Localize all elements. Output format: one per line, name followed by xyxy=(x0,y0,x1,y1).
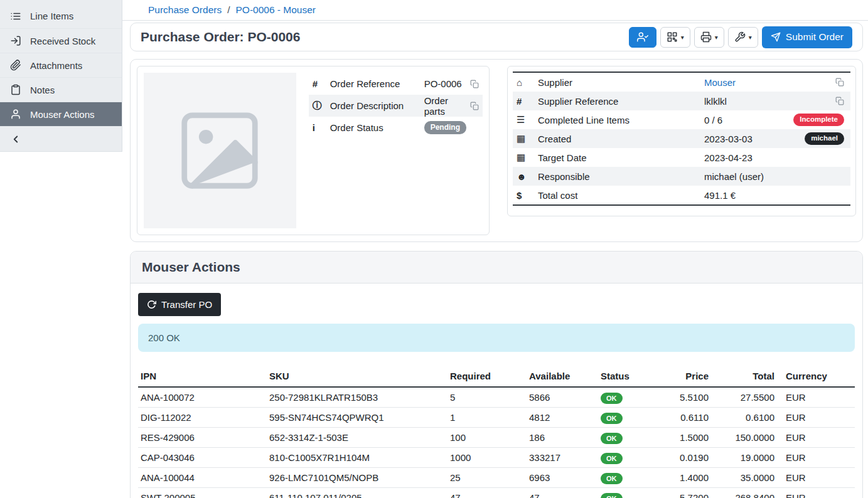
detail-row: ▦ Created 2023-03-03 michael xyxy=(513,129,850,148)
status-ok-badge: OK xyxy=(601,493,623,498)
detail-label: Completed Line Items xyxy=(538,115,704,125)
sidebar-item-notes[interactable]: Notes xyxy=(0,77,122,102)
list-icon xyxy=(10,11,21,22)
page-title: Purchase Order: PO-0006 xyxy=(141,29,300,45)
col-header-available: Available xyxy=(527,366,598,387)
info-circle-icon: ⓘ xyxy=(313,100,330,112)
detail-label: Supplier Reference xyxy=(538,96,704,107)
sidebar-item-attachments[interactable]: Attachments xyxy=(0,53,122,77)
chevron-down-icon: ▾ xyxy=(681,34,684,41)
breadcrumb-link-purchase-orders[interactable]: Purchase Orders xyxy=(148,4,222,16)
detail-label: Target Date xyxy=(538,152,704,163)
cell-required: 25 xyxy=(447,468,527,488)
print-actions-button[interactable]: ▾ xyxy=(694,27,724,48)
copy-button[interactable] xyxy=(835,97,844,105)
transfer-po-button[interactable]: Transfer PO xyxy=(138,293,221,316)
checklist-icon: ☰ xyxy=(517,114,538,125)
order-info-card: ⌂ Supplier Mouser # Supplier Reference l… xyxy=(507,66,856,216)
detail-label: Order Description xyxy=(330,100,424,111)
order-actions-button[interactable]: ▾ xyxy=(728,27,758,48)
chevron-down-icon: ▾ xyxy=(749,34,752,41)
user-check-icon xyxy=(637,31,648,43)
sidebar: Line Items Received Stock Attachments No… xyxy=(0,0,122,152)
cell-required: 1000 xyxy=(447,448,527,468)
col-header-ipn: IPN xyxy=(138,366,267,387)
col-header-total: Total xyxy=(717,366,783,387)
cell-status: OK xyxy=(598,448,648,468)
calendar-icon: ▦ xyxy=(517,133,538,144)
cell-price: 0.6110 xyxy=(648,408,717,428)
panel-title: Mouser Actions xyxy=(131,252,862,283)
col-header-price: Price xyxy=(648,366,717,387)
table-row: CAP-043046 810-C1005X7R1H104M 1000 33321… xyxy=(138,448,855,468)
detail-value: 2023-04-23 xyxy=(704,152,844,163)
sidebar-collapse-button[interactable] xyxy=(0,126,122,151)
detail-value: lklklkl xyxy=(704,96,835,107)
cell-required: 47 xyxy=(447,488,527,498)
sidebar-item-label: Notes xyxy=(30,85,55,95)
order-info-table: ⌂ Supplier Mouser # Supplier Reference l… xyxy=(513,72,850,206)
sidebar-menu: Line Items Received Stock Attachments No… xyxy=(0,0,122,152)
cell-status: OK xyxy=(598,428,648,448)
sidebar-item-mouser-actions[interactable]: Mouser Actions xyxy=(0,102,122,126)
cell-status: OK xyxy=(598,387,648,408)
col-header-status: Status xyxy=(598,366,648,387)
submit-order-button[interactable]: Submit Order xyxy=(762,26,852,48)
copy-button[interactable] xyxy=(835,78,844,87)
notebook-icon xyxy=(10,84,21,95)
panel-body: Transfer PO 200 OK IPN SKU Required Avai… xyxy=(131,283,862,498)
send-icon xyxy=(771,32,781,42)
sidebar-item-label: Mouser Actions xyxy=(30,109,95,120)
calendar-icon: ▦ xyxy=(517,152,538,163)
detail-label: Responsible xyxy=(538,171,704,182)
cell-available: 4812 xyxy=(527,408,598,428)
table-row: SWT-200005 611-110.107.011/0205 47 47 OK… xyxy=(138,488,855,498)
cell-required: 100 xyxy=(447,428,527,448)
detail-value: Order parts xyxy=(424,95,466,117)
line-items-table: IPN SKU Required Available Status Price … xyxy=(138,366,855,498)
barcode-actions-button[interactable] xyxy=(629,27,656,48)
status-ok-badge: OK xyxy=(601,413,623,424)
cell-available: 333217 xyxy=(527,448,598,468)
copy-icon xyxy=(470,80,479,88)
table-row: RES-429006 652-3314Z-1-503E 100 186 OK 1… xyxy=(138,428,855,448)
mouser-actions-panel: Mouser Actions Transfer PO 200 OK IPN xyxy=(130,251,863,498)
cell-sku: 926-LMC7101QM5/NOPB xyxy=(267,468,447,488)
order-summary-table: # Order Reference PO-0006 ⓘ Order Descri… xyxy=(309,73,483,139)
status-ok-badge: OK xyxy=(601,433,623,444)
status-alert: 200 OK xyxy=(138,324,855,352)
cell-currency: EUR xyxy=(783,448,855,468)
qr-code-icon xyxy=(667,31,678,43)
cell-available: 5866 xyxy=(527,387,598,408)
cell-total: 19.0000 xyxy=(717,448,783,468)
cell-sku: 652-3314Z-1-503E xyxy=(267,428,447,448)
cell-ipn: ANA-100072 xyxy=(138,387,267,408)
col-header-required: Required xyxy=(447,366,527,387)
col-header-sku: SKU xyxy=(267,366,447,387)
cell-currency: EUR xyxy=(783,408,855,428)
copy-icon xyxy=(835,78,844,87)
detail-row: ☻ Responsible michael (user) xyxy=(513,167,850,186)
cell-ipn: SWT-200005 xyxy=(138,488,267,498)
cell-total: 150.0000 xyxy=(717,428,783,448)
copy-icon xyxy=(470,102,479,110)
cell-sku: 810-C1005X7R1H104M xyxy=(267,448,447,468)
detail-value: 0 / 6 xyxy=(704,115,793,125)
sidebar-item-received-stock[interactable]: Received Stock xyxy=(0,28,122,53)
col-header-currency: Currency xyxy=(783,366,855,387)
cell-total: 27.5500 xyxy=(717,387,783,408)
dollar-icon: $ xyxy=(517,190,538,201)
hash-icon: # xyxy=(517,96,538,107)
order-header-panel: Purchase Order: PO-0006 ▾ ▾ ▾ xyxy=(130,23,863,51)
qr-actions-button[interactable]: ▾ xyxy=(660,27,690,48)
breadcrumb-link-current-order[interactable]: PO-0006 - Mouser xyxy=(235,4,316,16)
sidebar-item-line-items[interactable]: Line Items xyxy=(0,4,122,28)
cell-status: OK xyxy=(598,408,648,428)
copy-button[interactable] xyxy=(470,80,479,88)
content: Purchase Order: PO-0006 ▾ ▾ ▾ xyxy=(122,21,868,498)
detail-label: Total cost xyxy=(538,190,704,201)
copy-button[interactable] xyxy=(470,102,479,110)
transfer-po-label: Transfer PO xyxy=(161,299,212,310)
detail-label: Order Status xyxy=(330,122,424,133)
sidebar-item-label: Line Items xyxy=(30,11,73,21)
